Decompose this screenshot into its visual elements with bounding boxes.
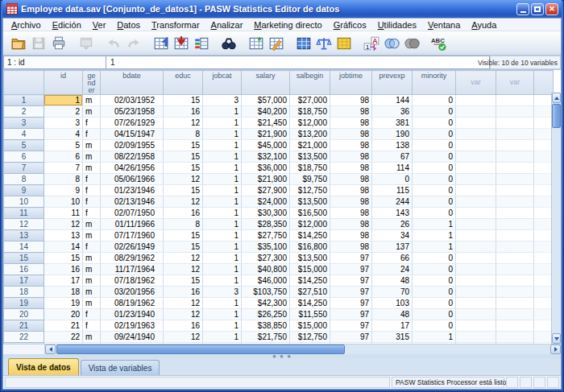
maximize-icon[interactable] [531, 3, 544, 15]
cell-minority[interactable]: 0 [413, 287, 456, 298]
cell-salary[interactable]: $27,300 [242, 253, 290, 264]
cell-salbegin[interactable]: $13,200 [290, 129, 330, 140]
cell-bdate[interactable]: 08/29/1962 [101, 253, 164, 264]
cell-prevexp[interactable]: 103 [372, 298, 413, 309]
goto-variable-icon[interactable] [171, 33, 191, 53]
cell-jobtime[interactable]: 97 [330, 309, 372, 320]
cell-minority[interactable]: 0 [413, 129, 456, 140]
cell-salary[interactable]: $30,300 [242, 208, 290, 219]
cell-var1[interactable] [456, 185, 496, 196]
cell-var1[interactable] [456, 309, 496, 320]
cell-bdate[interactable]: 07/18/1962 [101, 275, 164, 287]
row-header[interactable]: 1 [4, 95, 44, 106]
cell-minority[interactable]: 0 [413, 264, 456, 275]
cell-educ[interactable]: 15 [164, 163, 203, 174]
column-header-gender[interactable]: gender [83, 71, 101, 95]
cell-gender[interactable]: m [83, 298, 101, 309]
cell-minority[interactable]: 0 [413, 208, 456, 219]
split-file-icon[interactable] [293, 33, 313, 53]
cell-var1[interactable] [456, 140, 496, 151]
cell-salary[interactable]: $40,200 [242, 106, 290, 118]
cell-jobtime[interactable]: 97 [330, 298, 372, 309]
cell-salary[interactable]: $28,350 [242, 219, 290, 230]
cell-jobcat[interactable]: 1 [203, 309, 242, 320]
select-cases-icon[interactable] [334, 33, 354, 53]
column-header-var2[interactable]: var [496, 71, 534, 95]
cell-gender[interactable]: f [83, 196, 101, 208]
cell-var1[interactable] [456, 118, 496, 129]
cell-bdate[interactable]: 01/11/1966 [101, 219, 164, 230]
cell-prevexp[interactable]: 138 [372, 140, 413, 151]
cell-prevexp[interactable]: 67 [372, 151, 413, 163]
cell-var1[interactable] [456, 151, 496, 163]
cell-id[interactable]: 9 [44, 185, 83, 196]
cell-minority[interactable]: 0 [413, 118, 456, 129]
cell-salary[interactable]: $103,750 [242, 287, 290, 298]
cell-educ[interactable]: 12 [164, 264, 203, 275]
cell-minority[interactable]: 1 [413, 332, 456, 343]
menu-ver[interactable]: Ver [87, 19, 112, 31]
cell-salary[interactable]: $36,000 [242, 163, 290, 174]
menu-marketing-directo[interactable]: Marketing directo [248, 19, 327, 31]
cell-var1[interactable] [456, 264, 496, 275]
cell-prevexp[interactable]: 26 [372, 219, 413, 230]
cell-jobtime[interactable]: 98 [330, 151, 372, 163]
cell-var1[interactable] [456, 298, 496, 309]
cell-jobtime[interactable]: 98 [330, 118, 372, 129]
cell-id[interactable]: 20 [44, 309, 83, 320]
cell-bdate[interactable]: 03/20/1956 [101, 287, 164, 298]
cell-salary[interactable]: $24,000 [242, 343, 290, 345]
cell-minority[interactable]: 0 [413, 298, 456, 309]
cell-minority[interactable]: 1 [413, 230, 456, 241]
row-header[interactable]: 17 [4, 275, 44, 287]
menu-gr-ficos[interactable]: Gráficos [328, 19, 372, 31]
row-header[interactable]: 8 [4, 174, 44, 185]
cell-salbegin[interactable]: $12,000 [290, 219, 330, 230]
cell-var1[interactable] [456, 219, 496, 230]
print-icon[interactable] [48, 33, 68, 53]
row-header[interactable]: 9 [4, 185, 44, 196]
cell-id[interactable]: 17 [44, 275, 83, 287]
cell-jobcat[interactable]: 3 [203, 287, 242, 298]
cell-salbegin[interactable]: $13,500 [290, 151, 330, 163]
cell-jobcat[interactable]: 1 [203, 151, 242, 163]
cell-id[interactable]: 5 [44, 140, 83, 151]
cell-salary[interactable]: $26,250 [242, 309, 290, 320]
cell-gender[interactable]: f [83, 174, 101, 185]
cell-salary[interactable]: $35,100 [242, 241, 290, 253]
tab-data-view[interactable]: Vista de datos [8, 358, 79, 375]
cell-var2[interactable] [496, 140, 534, 151]
cell-bdate[interactable]: 02/03/1952 [101, 95, 164, 106]
cell-id[interactable]: 4 [44, 129, 83, 140]
cell-salary[interactable]: $27,900 [242, 185, 290, 196]
cell-bdate[interactable]: 01/23/1940 [101, 309, 164, 320]
cell-bdate[interactable]: 08/19/1962 [101, 298, 164, 309]
cell-bdate[interactable]: 07/26/1929 [101, 118, 164, 129]
cell-jobcat[interactable]: 1 [203, 174, 242, 185]
cell-gender[interactable]: f [83, 309, 101, 320]
row-header[interactable]: 13 [4, 230, 44, 241]
cell-gender[interactable]: f [83, 208, 101, 219]
row-header[interactable]: 7 [4, 163, 44, 174]
cell-var1[interactable] [456, 287, 496, 298]
goto-case-icon[interactable] [151, 33, 171, 53]
menu-transformar[interactable]: Transformar [146, 19, 205, 31]
row-header[interactable]: 21 [4, 320, 44, 332]
cell-var2[interactable] [496, 174, 534, 185]
cell-salbegin[interactable]: $27,000 [290, 95, 330, 106]
cell-salary[interactable]: $21,900 [242, 174, 290, 185]
cell-var2[interactable] [496, 253, 534, 264]
row-header[interactable]: 16 [4, 264, 44, 275]
cell-var2[interactable] [496, 118, 534, 129]
cell-gender[interactable]: m [83, 253, 101, 264]
cell-prevexp[interactable]: 24 [372, 264, 413, 275]
cell-jobtime[interactable]: 97 [330, 320, 372, 332]
cell-var2[interactable] [496, 241, 534, 253]
row-header[interactable]: 23 [4, 343, 44, 345]
cell-jobcat[interactable]: 1 [203, 129, 242, 140]
cell-salary[interactable]: $21,900 [242, 129, 290, 140]
cell-var1[interactable] [456, 174, 496, 185]
row-header[interactable]: 5 [4, 140, 44, 151]
cell-jobtime[interactable]: 98 [330, 174, 372, 185]
row-header[interactable]: 3 [4, 118, 44, 129]
